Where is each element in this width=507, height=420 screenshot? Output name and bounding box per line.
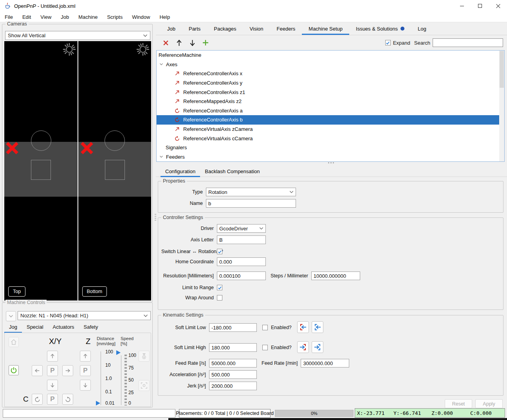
park-xy-button[interactable]: P — [47, 365, 58, 376]
resolution-field[interactable] — [217, 272, 266, 280]
tree-item-axis-a[interactable]: ReferenceControllerAxis a — [157, 106, 504, 116]
acceleration-row: Acceleration [/s²] — [161, 370, 500, 379]
jog-y-minus-button[interactable] — [47, 380, 58, 391]
menu-machine[interactable]: Machine — [74, 14, 102, 20]
reset-button[interactable]: Reset — [445, 399, 472, 408]
expander-chevron-icon[interactable] — [159, 155, 163, 159]
feed-rate-min-field[interactable] — [301, 359, 349, 368]
driver-select[interactable]: GcodeDriver — [217, 224, 266, 233]
tab-machine-setup[interactable]: Machine Setup — [302, 24, 349, 35]
tree-scrollbar-thumb[interactable] — [500, 51, 504, 88]
menu-window[interactable]: Window — [127, 14, 155, 20]
soft-limit-low-enabled-checkbox[interactable] — [262, 325, 268, 330]
capture-soft-limit-high-red-button[interactable] — [297, 341, 309, 353]
tab-log[interactable]: Log — [411, 24, 433, 35]
jog-y-plus-button[interactable] — [47, 351, 58, 362]
tree-item-axis-z2[interactable]: ReferenceMappedAxis z2 — [157, 97, 504, 106]
tree-item-axes[interactable]: Axes — [157, 60, 504, 69]
jog-z-plus-button[interactable] — [80, 351, 91, 362]
tab-jog[interactable]: Jog — [4, 322, 22, 333]
tree-item-axis-y[interactable]: ReferenceControllerAxis y — [157, 78, 504, 88]
maximize-button[interactable] — [471, 0, 489, 12]
move-nozzle-to-camera-button[interactable] — [139, 351, 150, 362]
menu-help[interactable]: Help — [155, 14, 175, 20]
search-input[interactable] — [433, 38, 503, 47]
tab-configuration[interactable]: Configuration — [161, 167, 200, 177]
move-up-button[interactable] — [174, 38, 184, 48]
jog-c-cw-button[interactable] — [62, 394, 73, 405]
tool-selector[interactable]: Nozzle: N1 - N045 (Head: H1) — [18, 311, 151, 320]
apply-button[interactable]: Apply — [475, 399, 503, 408]
soft-limit-high-enabled-checkbox[interactable] — [262, 345, 268, 350]
expander-chevron-icon[interactable] — [159, 62, 163, 66]
tab-issues-solutions[interactable]: Issues & Solutions — [349, 24, 411, 35]
delete-button[interactable] — [161, 38, 171, 48]
jog-c-ccw-button[interactable] — [32, 394, 43, 405]
menu-file[interactable]: File — [0, 14, 18, 20]
tree-item-axis-z1[interactable]: ReferenceControllerAxis z1 — [157, 87, 504, 97]
tree-item-feeders[interactable]: Feeders — [157, 152, 504, 162]
tree-item-axis-ccamera[interactable]: ReferenceVirtualAxis cCamera — [157, 134, 504, 143]
tree-item-reference-machine[interactable]: ReferenceMachine — [157, 51, 504, 60]
jog-z-minus-button[interactable] — [80, 380, 91, 391]
menu-edit[interactable]: Edit — [18, 14, 36, 20]
limit-to-range-checkbox[interactable] — [217, 285, 222, 290]
speed-slider-thumb[interactable] — [116, 350, 121, 355]
speed-caption-unit: [%] — [121, 341, 134, 346]
tool-selector-expand-button[interactable] — [6, 311, 16, 321]
steps-per-millimeter-field[interactable] — [311, 272, 360, 280]
name-field[interactable] — [206, 199, 296, 208]
tab-packages[interactable]: Packages — [207, 24, 243, 35]
jog-x-minus-button[interactable] — [32, 365, 43, 376]
tab-job[interactable]: Job — [161, 24, 182, 35]
acceleration-field[interactable] — [209, 370, 257, 379]
jog-x-plus-button[interactable] — [62, 365, 73, 376]
wrap-around-checkbox[interactable] — [217, 295, 222, 301]
tree-scrollbar[interactable] — [499, 51, 504, 161]
capture-soft-limit-high-blue-button[interactable] — [312, 341, 323, 353]
tab-vision[interactable]: Vision — [243, 24, 270, 35]
position-camera-button[interactable] — [139, 380, 150, 391]
move-down-button[interactable] — [187, 38, 197, 48]
tab-special[interactable]: Special — [22, 322, 48, 333]
tab-actuators[interactable]: Actuators — [48, 322, 79, 333]
speed-slider-track[interactable] — [121, 355, 121, 405]
capture-soft-limit-low-blue-button[interactable] — [312, 321, 323, 333]
menu-view[interactable]: View — [36, 14, 56, 20]
home-coordinate-field[interactable] — [217, 257, 266, 266]
tree-item-signalers[interactable]: Signalers — [157, 143, 504, 152]
distance-slider-track[interactable] — [101, 351, 101, 405]
minimize-button[interactable] — [453, 0, 471, 12]
home-button[interactable] — [9, 337, 19, 347]
park-c-button[interactable]: P — [47, 394, 58, 405]
menu-job[interactable]: Job — [56, 14, 74, 20]
tree-item-axis-zcamera[interactable]: ReferenceVirtualAxis zCamera — [157, 125, 504, 134]
add-button[interactable] — [200, 38, 211, 48]
tree-item-axis-b-selected[interactable]: ReferenceControllerAxis b — [157, 115, 499, 125]
arrow-down-icon — [82, 382, 88, 388]
expand-checkbox[interactable] — [385, 40, 391, 45]
camera-view-top[interactable]: Top — [4, 41, 78, 301]
capture-soft-limit-low-red-button[interactable] — [297, 321, 309, 333]
tab-backlash-compensation[interactable]: Backlash Compensation — [200, 167, 264, 177]
switch-linear-rotational-checkbox[interactable] — [217, 249, 222, 254]
type-select[interactable]: Rotation — [206, 188, 296, 196]
feed-rate-s-field[interactable] — [209, 359, 257, 368]
close-button[interactable] — [489, 0, 507, 12]
soft-limit-high-field[interactable] — [209, 343, 257, 352]
camera-view-selector[interactable]: Show All Vertical — [5, 31, 150, 40]
tab-safety[interactable]: Safety — [79, 322, 103, 333]
tree-item-axis-x[interactable]: ReferenceControllerAxis x — [157, 69, 504, 78]
soft-limit-low-field[interactable] — [209, 323, 257, 332]
splitter-handle[interactable] — [328, 162, 335, 163]
jerk-field[interactable] — [209, 382, 257, 390]
tree-item-label: ReferenceControllerAxis a — [183, 108, 243, 114]
menu-scripts[interactable]: Scripts — [102, 14, 127, 20]
distance-slider-thumb[interactable] — [96, 401, 100, 406]
camera-view-bottom[interactable]: Bottom — [78, 41, 152, 301]
axis-letter-field[interactable] — [217, 235, 266, 244]
power-button[interactable] — [9, 365, 19, 375]
tab-feeders[interactable]: Feeders — [270, 24, 302, 35]
park-z-button[interactable]: P — [80, 365, 91, 376]
tab-parts[interactable]: Parts — [182, 24, 207, 35]
